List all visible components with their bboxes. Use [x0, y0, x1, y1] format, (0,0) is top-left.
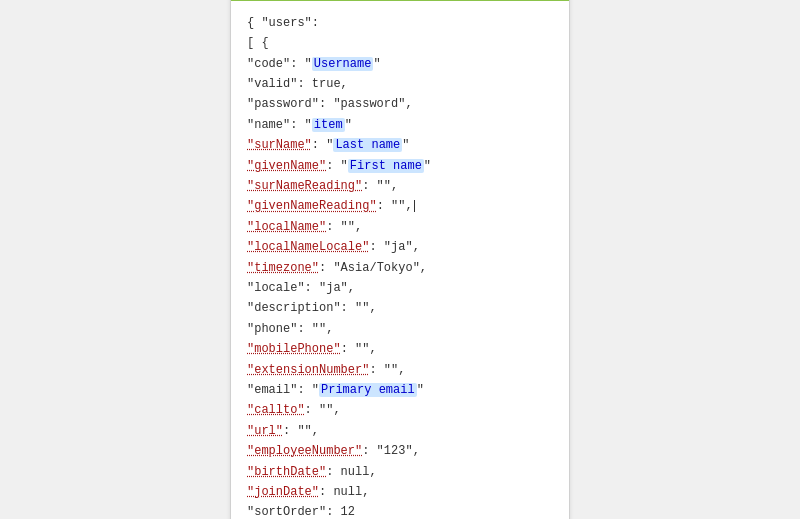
code-editor[interactable]: { "users":[ {"code": "Username""valid": … [231, 1, 569, 519]
json-key: "extensionNumber" [247, 363, 369, 377]
code-line: "sortOrder": 12 [247, 502, 553, 519]
code-line: "code": "Username" [247, 54, 553, 74]
code-line: "timezone": "Asia/Tokyo", [247, 258, 553, 278]
json-key: "givenName" [247, 159, 326, 173]
code-line: "givenNameReading": "", [247, 196, 553, 216]
code-line: "extensionNumber": "", [247, 360, 553, 380]
code-line: "description": "", [247, 298, 553, 318]
code-line: "surName": "Last name" [247, 135, 553, 155]
code-line: "locale": "ja", [247, 278, 553, 298]
code-line: "password": "password", [247, 94, 553, 114]
json-key: "url" [247, 424, 283, 438]
code-line: { "users": [247, 13, 553, 33]
code-line: "mobilePhone": "", [247, 339, 553, 359]
code-line: "phone": "", [247, 319, 553, 339]
code-line: "localNameLocale": "ja", [247, 237, 553, 257]
text-cursor [414, 200, 415, 212]
code-line: "url": "", [247, 421, 553, 441]
code-line: "employeeNumber": "123", [247, 441, 553, 461]
json-key: "surNameReading" [247, 179, 362, 193]
json-key: "timezone" [247, 261, 319, 275]
code-line: "name": "item" [247, 115, 553, 135]
highlighted-value: item [312, 118, 345, 132]
json-key: "joinDate" [247, 485, 319, 499]
compose-panel: “ ” Text Compose { "users":[ {"code": "U… [230, 0, 570, 519]
json-key: "callto" [247, 403, 305, 417]
highlighted-value: Primary email [319, 383, 417, 397]
json-key: "mobilePhone" [247, 342, 341, 356]
json-key: "birthDate" [247, 465, 326, 479]
json-key: "givenNameReading" [247, 199, 377, 213]
code-line: [ { [247, 33, 553, 53]
code-line: "birthDate": null, [247, 462, 553, 482]
json-key: "localNameLocale" [247, 240, 369, 254]
json-key: "surName" [247, 138, 312, 152]
code-line: "valid": true, [247, 74, 553, 94]
json-key: "employeeNumber" [247, 444, 362, 458]
highlighted-value: Last name [333, 138, 402, 152]
code-line: "surNameReading": "", [247, 176, 553, 196]
highlighted-value: Username [312, 57, 374, 71]
highlighted-value: First name [348, 159, 424, 173]
code-line: "callto": "", [247, 400, 553, 420]
json-key: "localName" [247, 220, 326, 234]
code-line: "givenName": "First name" [247, 156, 553, 176]
code-line: "email": "Primary email" [247, 380, 553, 400]
code-line: "joinDate": null, [247, 482, 553, 502]
code-line: "localName": "", [247, 217, 553, 237]
